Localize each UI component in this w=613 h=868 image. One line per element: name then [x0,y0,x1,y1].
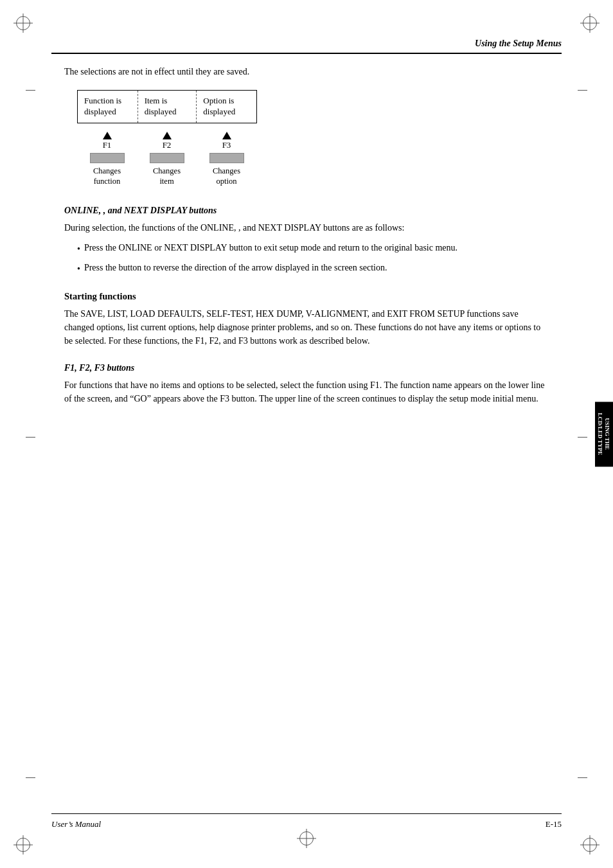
section3-body: For functions that have no items and opt… [64,378,549,405]
section2-heading-text: Starting functions [64,291,136,301]
corner-mark-tl [16,16,30,30]
page: USING THE LCD/LED TYPE CONTROL PANEL Usi… [0,0,613,868]
footer-rule [51,813,562,814]
f-buttons-row: F1 Changesfunction F2 Changesitem F3 Cha… [77,130,257,187]
section1-bullets: • Press the ONLINE or NEXT DISPLAY butto… [77,241,549,276]
edge-tick-left-top [26,90,35,91]
f1-arrow-icon [103,132,112,139]
sidebar-tab: USING THE LCD/LED TYPE CONTROL PANEL [595,402,613,466]
display-cell-function: Function isdisplayed [78,91,138,123]
f1-desc: Changesfunction [93,166,121,187]
bullet-text-1: Press the ONLINE or NEXT DISPLAY button … [84,241,458,256]
button-diagram: Function isdisplayed Item isdisplayed Op… [77,90,549,186]
f3-arrow-icon [222,132,231,139]
f2-button-group: F2 Changesitem [137,130,197,187]
sidebar-line1: USING THE [604,418,610,450]
f2-desc: Changesitem [153,166,181,187]
page-header: Using the Setup Menus [51,39,562,54]
section2-body: The SAVE, LIST, LOAD DEFAULTS, SELF-TEST… [64,307,549,348]
f2-arrow-icon [163,132,172,139]
f3-label: F3 [222,140,231,150]
sidebar-line2: LCD/LED TYPE [597,412,603,455]
section3-heading-text: F1, F2, F3 buttons [64,363,134,373]
footer-manual-label: User’s Manual [51,819,101,829]
f2-rect[interactable] [150,153,184,163]
edge-tick-right-mid [578,437,587,438]
display-box: Function isdisplayed Item isdisplayed Op… [77,90,257,123]
page-content: The selections are not in effect until t… [51,67,562,405]
display-cell-item: Item isdisplayed [138,91,197,123]
section2-heading: Starting functions [64,291,549,302]
header-title: Using the Setup Menus [475,39,562,49]
footer-page-number: E-15 [546,819,562,829]
edge-tick-right-bot [578,777,587,778]
corner-mark-bl [16,838,30,852]
bullet-dot-1: • [77,242,80,256]
f2-label: F2 [163,140,172,150]
bullet-dot-2: • [77,262,80,276]
section1-heading: ONLINE, , and NEXT DISPLAY buttons [64,206,549,216]
display-cell-option: Option isdisplayed [197,91,256,123]
footer-center-mark [299,831,314,846]
f3-button-group: F3 Changesoption [197,130,256,187]
footer-content: User’s Manual E-15 [51,819,562,829]
edge-tick-left-bot [26,777,35,778]
corner-mark-tr [583,16,597,30]
edge-tick-left-mid [26,437,35,438]
sidebar-line3: CONTROL PANEL [590,409,596,459]
intro-text: The selections are not in effect until t… [64,67,549,77]
bullet-item-1: • Press the ONLINE or NEXT DISPLAY butto… [77,241,549,256]
bullet-text-2: Press the button to reverse the directio… [84,261,387,276]
f1-button-group: F1 Changesfunction [77,130,137,187]
corner-mark-br [583,838,597,852]
f1-label: F1 [103,140,112,150]
section1-heading-text: ONLINE, , and NEXT DISPLAY buttons [64,206,217,215]
section1-body: During selection, the functions of the O… [64,221,549,235]
f3-rect[interactable] [209,153,244,163]
section3-heading: F1, F2, F3 buttons [64,363,549,373]
f1-rect[interactable] [90,153,125,163]
edge-tick-right-top [578,90,587,91]
page-footer: User’s Manual E-15 [51,813,562,829]
bullet-item-2: • Press the button to reverse the direct… [77,261,549,276]
f3-desc: Changesoption [213,166,240,187]
